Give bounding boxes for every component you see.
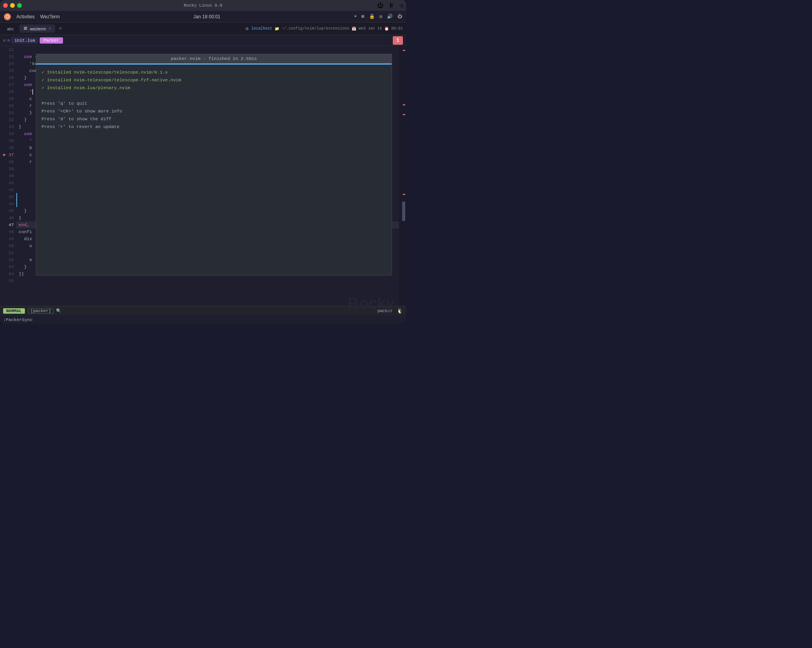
popup-content: ✓ Installed nvim-telescope/telescope.nvi… [36,65,392,275]
status-packer-right: packer [377,309,393,313]
menu-bar-right: ☀ ⊞ 🔒 ◎ 🔊 ⏻ [354,14,402,19]
popup-progress-bar [36,63,392,65]
minimize-button[interactable] [10,3,15,8]
line-51: 51 [2,249,14,256]
install-line-1: ✓ Installed nvim-telescope/telescope.nvi… [42,68,386,76]
line-39: 39 [2,165,14,172]
settings-icon: ◎ [380,14,382,19]
line-45: 45 [2,207,14,214]
tab-abc-label: abc [7,26,14,31]
path-info: 🖥 localhost 📁 ~/.config/nvim/lua/extensi… [245,26,403,31]
line-numbers: 22 23 24 25 26 27 28 29 30 31 32 33 34 3… [0,46,16,306]
volume-icon: 🔊 [387,14,393,19]
window-title: Rocky Linux 9.0 [184,3,222,8]
hint-4: Press 'r' to revert an update [42,123,386,131]
packer-label: [packer] [28,308,54,314]
line-54: 54 [2,270,14,277]
line-31: 31 [2,109,14,116]
file-dot-icon: ⊙ [7,38,10,43]
line-41: 41 [2,179,14,186]
line-24: 24 [2,60,14,67]
current-file[interactable]: init.lua [11,37,38,44]
date-value: Wed Jan 18 [359,26,382,31]
hint-1: Press 'q' to quit [42,100,386,107]
line-42: 42 [2,186,14,193]
power-menu-icon: ⏻ [397,14,402,19]
tab-wezterm[interactable]: ⌘ wezterm ✕ [19,25,56,33]
title-bar-icons: ⏻ ⏸ ◁ [377,2,403,9]
line-30: 30 [2,102,14,109]
tab-abc[interactable]: abc [3,25,18,33]
title-bar: Rocky Linux 9.0 ⏻ ⏸ ◁ [0,0,406,11]
install-line-2: ✓ Installed nvim-telescope/telescope-fzf… [42,76,386,84]
search-icon: 🔍 [56,308,61,313]
power-icon: ⏻ [377,2,383,9]
new-tab-button[interactable]: + [57,25,64,32]
network-icon: ⊞ [362,14,364,19]
hint-2: Press '<CR>' to show more info [42,107,386,115]
clock-icon: ⏰ [384,26,389,31]
status-right: packer 🐧 [377,308,403,314]
line-35: 35 [2,137,14,144]
code-lines: use { 'kevinhwang91/nvim-hlslens', confi… [16,46,399,306]
code-editor[interactable]: 22 23 24 25 26 27 28 29 30 31 32 33 34 3… [0,46,406,306]
line-23: 23 [2,53,14,60]
install-line-3: ✓ Installed nvim-lua/plenary.nvim [42,84,386,92]
popup-title: packer.nvim - finished in 2.591s [171,56,257,61]
activities-menu[interactable]: Activities [16,14,35,19]
hostname: localhost [251,26,272,31]
pause-icon: ⏸ [388,2,394,9]
line-32: 32 [2,116,14,123]
line-number-badge: 1 [393,36,403,45]
wezterm-menu[interactable]: WezTerm [40,14,60,19]
line-47: 47 [2,221,14,228]
line-27: 27 [2,81,14,88]
hint-3: Press 'd' to show the diff [42,115,386,123]
scroll-mark-bottom [403,194,405,195]
brightness-icon: ☀ [354,14,357,19]
close-button[interactable] [3,3,8,8]
time-value: 00:01 [391,26,403,31]
scrollbar[interactable] [399,46,406,306]
line-50: 50 [2,242,14,249]
code-container: ↺ ⊙ init.lua Packer 1 22 23 24 25 26 27 … [0,35,406,324]
linux-icon: 🐧 [397,308,403,314]
scrollbar-thumb[interactable] [402,202,405,221]
calendar-icon: 📅 [352,26,356,31]
scroll-mark-mid1 [403,104,405,105]
maximize-button[interactable] [17,3,22,8]
command-text: :PackerSync [3,317,33,322]
logo-icon: ⬡ [6,14,9,19]
line-46: 46 [2,214,14,221]
menu-bar-left: ⬡ Activities WezTerm [4,13,60,20]
line-53: 53 [2,263,14,270]
tab-close-icon[interactable]: ✕ [48,26,51,31]
line-26: 26 [2,74,14,81]
status-bar: NORMAL [packer] 🔍 packer 🐧 [0,306,406,315]
line-34: 34 [2,130,14,137]
line-29: 29 [2,95,14,102]
menu-bar-clock: Jan 18 00:01 [66,14,348,19]
vim-mode: NORMAL [3,308,25,314]
line-22: 22 [2,46,14,53]
line-37: ▶ 37 [2,151,14,158]
packer-badge: Packer [40,37,63,44]
popup-header: packer.nvim - finished in 2.591s [36,54,392,63]
activities-logo[interactable]: ⬡ [4,13,11,20]
line-55: 55 [2,277,14,284]
menu-bar: ⬡ Activities WezTerm Jan 18 00:01 ☀ ⊞ 🔒 … [0,11,406,23]
tab-bar-path: 🖥 localhost 📁 ~/.config/nvim/lua/extensi… [245,26,403,31]
popup-progress-fill [36,63,392,65]
path-value: ~/.config/nvim/lua/extensions [282,26,349,31]
scroll-mark-mid2 [403,114,405,115]
line-43: 43 [2,193,14,200]
line-25: 25 [2,67,14,74]
monitor-icon: 🖥 [245,26,249,31]
tab-wezterm-icon: ⌘ [23,26,28,31]
line-52: 52 [2,256,14,263]
line-33: 33 [2,123,14,130]
reload-icon: ↺ [3,38,6,43]
popup-overlay: packer.nvim - finished in 2.591s ✓ Insta… [36,46,392,298]
line-49: 49 [2,235,14,242]
line-48: 48 [2,228,14,235]
